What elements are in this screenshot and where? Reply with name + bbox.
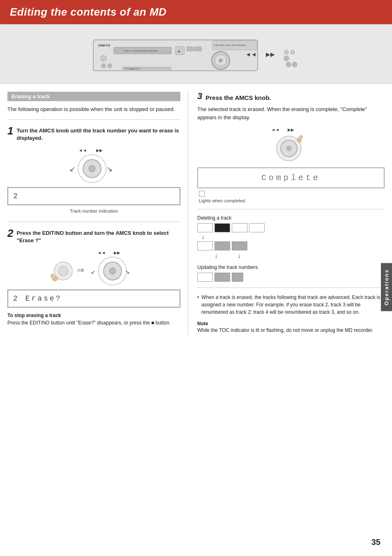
track-row-updated [197,273,385,282]
track-block-4 [249,223,265,232]
track-row-after1 [197,241,385,250]
svg-point-20 [284,50,288,54]
step-3-number: 3 [197,92,202,101]
svg-text:↘: ↘ [125,269,130,275]
step-2-display: 2 Erase? [7,290,180,308]
step-1-header: 1 Turn the AMCS knob until the track num… [7,125,180,142]
svg-text:▶▶: ▶▶ [266,51,275,58]
step-1-display: 2 [7,187,180,205]
svg-text:↘: ↘ [106,165,113,173]
sub-note: To stop erasing a track Press the EDIT/N… [7,312,180,327]
light-indicator-row [197,191,385,197]
step-3-header: 3 Press the AMCS knob. [197,92,385,102]
track-block-a2 [214,241,230,250]
track-block-a1 [197,241,213,250]
arrow-down-1: ↓ [201,233,385,241]
svg-text:DISC LOADING MECHANISM: DISC LOADING MECHANISM [124,50,157,52]
updating-diagram: Updating the track numbers [197,264,385,282]
deleting-label: Deleting a track [197,215,385,221]
svg-point-24 [292,62,297,67]
step-1-image: ◄◄ ▶▶ ↙ ↘ [7,146,180,183]
svg-point-35 [58,266,68,276]
lights-label: Lights when completed [199,198,385,203]
svg-text:↙: ↙ [69,165,76,173]
page-title: Editing the contents of an MD [10,6,382,19]
divider-1 [7,119,180,120]
svg-text:◄◄: ◄◄ [97,250,106,255]
svg-point-31 [89,165,95,172]
updating-label: Updating the track numbers [197,264,385,270]
svg-text:DLA ■■■■    MDLP: DLA ■■■■ MDLP [125,67,141,70]
arrow-down-2b: ↓ [238,252,241,259]
step2-knob-svg: ◄◄ ▶▶ ⇒ ↙ ↘ [45,248,143,285]
svg-point-21 [291,50,295,54]
svg-rect-9 [194,47,201,51]
svg-rect-8 [187,47,193,51]
track-block-a3 [232,241,247,250]
svg-point-23 [286,62,291,67]
svg-text:▶▶: ▶▶ [288,127,294,132]
svg-text:▲: ▲ [177,49,181,53]
step-2-header: 2 Press the EDIT/NO button and turn the … [7,228,180,244]
divider-4 [197,287,385,288]
note-section: Note While the TOC indicator is lit or f… [197,321,385,334]
svg-point-22 [284,56,289,61]
svg-text:MD MINI DISC RECORDER: MD MINI DISC RECORDER [214,44,246,46]
divider-3 [197,209,385,209]
step-2-image: ◄◄ ▶▶ ⇒ ↙ ↘ [7,248,180,285]
device-illustration: ONKYO MD MINI DISC RECORDER DISC LOADING… [81,32,311,77]
step1-knob-svg: ◄◄ ▶▶ ↙ ↘ [53,146,135,183]
svg-text:ONKYO: ONKYO [98,44,110,47]
sub-note-text: Press the EDIT/NO button until "Erase?" … [7,320,171,326]
svg-point-12 [219,58,223,63]
svg-text:▶▶: ▶▶ [114,250,120,255]
step3-knob-svg: ◄◄ ▶▶ [258,126,324,163]
step-1-number: 1 [7,125,13,136]
step-2: 2 Press the EDIT/NO button and turn the … [7,228,180,327]
svg-point-43 [109,268,116,274]
track-block-2-filled [214,223,230,232]
bullet-note: When a track is erased, the tracks follo… [197,294,385,316]
main-content: Erasing a track The following operation … [0,92,392,335]
svg-text:◄◄: ◄◄ [78,148,87,153]
page-number: 35 [371,537,380,547]
device-image-area: ONKYO MD MINI DISC RECORDER DISC LOADING… [0,24,392,84]
step-3-knob-area: ◄◄ ▶▶ [197,126,385,163]
svg-point-16 [101,64,106,68]
divider-2 [7,222,180,222]
track-block-1 [197,223,213,232]
deleting-diagram: Deleting a track ↓ ↓ ↓ [197,215,385,260]
left-column: Erasing a track The following operation … [7,92,188,335]
svg-point-15 [101,56,106,61]
light-indicator-box [199,191,205,197]
step-1: 1 Turn the AMCS knob until the track num… [7,125,180,213]
complete-display: Complete [197,167,385,188]
track-block-3 [232,223,247,232]
right-column: 3 Press the AMCS knob. The selected trac… [188,92,385,335]
intro-text: The following operation is possible when… [7,105,180,114]
track-row-before [197,223,385,232]
svg-rect-50 [298,135,303,141]
track-block-u1 [197,273,213,282]
svg-text:▶▶: ▶▶ [96,148,103,153]
svg-text:◄◄: ◄◄ [271,127,279,132]
step-3-description: The selected track is erased. When the e… [197,105,385,121]
side-tab: Operations [381,263,392,311]
note-label: Note [197,321,385,327]
step-1-title: Turn the AMCS knob until the track numbe… [16,125,180,142]
svg-text:↙: ↙ [91,269,96,275]
arrow-down-2a: ↓ [214,252,218,259]
arrows-row: ↓ ↓ [197,251,385,260]
track-block-u3 [232,273,243,282]
section-title: Erasing a track [7,92,180,101]
step-2-title: Press the EDIT/NO button and turn the AM… [16,228,180,244]
svg-point-17 [108,64,112,68]
sub-note-title: To stop erasing a track [7,313,61,318]
svg-point-48 [286,146,292,151]
page-header: Editing the contents of an MD [0,0,392,24]
svg-text:◄◄: ◄◄ [245,51,257,58]
step-3-title: Press the AMCS knob. [205,92,271,102]
svg-text:⇒: ⇒ [77,265,84,275]
step-2-number: 2 [7,228,13,239]
track-block-u2 [214,273,230,282]
